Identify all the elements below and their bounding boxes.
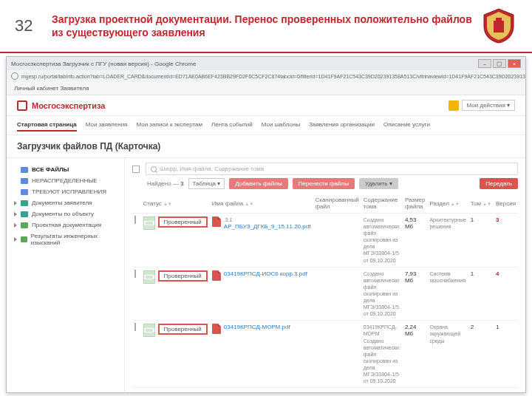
sidebar-label: Документы по объекту	[32, 211, 94, 217]
sidebar-item-1[interactable]: НЕРАСПРЕДЕЛЕННЫЕ	[14, 175, 117, 186]
size-cell: 7,93 Мб	[403, 267, 428, 321]
browser-tab-title: Мосгосэкспертиза Загрузчик с ПГУ (новая …	[11, 61, 196, 67]
files-table: Статус▲▼ Имя файла▲▼ Сканированный файл …	[132, 194, 518, 388]
status-icon	[143, 216, 155, 230]
svg-rect-0	[494, 21, 504, 33]
sidebar-label: ВСЕ ФАЙЛЫ	[32, 166, 69, 173]
transfer-button[interactable]: Передать	[480, 178, 518, 189]
tab-3[interactable]: Лента событий	[211, 119, 253, 132]
sidebar-item-2[interactable]: ТРЕБУЮТ ИСПРАВЛЕНИЯ	[14, 186, 117, 197]
search-input[interactable]: Шифр, Имя файла, Содержание тома	[146, 163, 518, 175]
window-maximize[interactable]: ▢	[493, 59, 506, 68]
row-checkbox[interactable]	[134, 323, 136, 331]
sidebar-label: Проектная документация	[32, 222, 101, 228]
volume-cell: 1	[468, 267, 494, 321]
table-row: Проверенный03419КРПСД-ИОС6 корр.3.pdfСоз…	[132, 267, 518, 321]
found-count: Найдено — 3	[147, 180, 184, 187]
sidebar-label: Документы заявителя	[32, 200, 92, 206]
chevron-icon	[14, 201, 17, 205]
folder-icon	[21, 167, 28, 173]
status-badge: Проверенный	[158, 216, 208, 228]
sidebar-item-0[interactable]: ВСЕ ФАЙЛЫ	[14, 164, 117, 175]
section-cell: Архитектурные решения	[427, 214, 468, 267]
tab-6[interactable]: Описание услуги	[383, 119, 430, 132]
select-all-checkbox[interactable]	[132, 166, 140, 173]
my-actions-dropdown[interactable]: Мои действия ▾	[462, 100, 515, 111]
search-placeholder: Шифр, Имя файла, Содержание тома	[160, 166, 264, 172]
url-text: mgesp.ru/portal/tabInfo.action?tab=LOADE…	[21, 74, 525, 79]
status-badge: Проверенный	[158, 270, 208, 282]
table-row: Проверенный.3.1АР_ПБУЗ_ДГКБ_9_15.11.20.p…	[132, 214, 518, 267]
logo-icon	[17, 100, 27, 111]
app-logo[interactable]: Мосгосэкспертиза	[17, 100, 105, 111]
emblem-icon	[480, 7, 517, 44]
version-cell: 4	[494, 267, 518, 321]
browser-window: Мосгосэкспертиза Загрузчик с ПГУ (новая …	[6, 56, 526, 393]
move-files-button[interactable]: Перенести файлы	[293, 178, 355, 189]
chevron-icon	[14, 237, 17, 242]
version-cell: 3	[494, 214, 518, 267]
window-minimize[interactable]: –	[478, 59, 491, 68]
tab-2[interactable]: Мои записи к экспертам	[136, 119, 202, 132]
brand-text: Мосгосэкспертиза	[32, 101, 105, 110]
content-cell: Создано автоматически: файл скопирован и…	[361, 267, 403, 321]
sidebar-label: ТРЕБУЮТ ИСПРАВЛЕНИЯ	[32, 188, 106, 195]
slide-title: Загрузка проектной документации. Перенос…	[44, 13, 480, 39]
chevron-icon	[14, 212, 17, 216]
folder-icon	[21, 211, 28, 217]
status-icon	[143, 324, 155, 337]
file-link[interactable]: 03419КРПСД-МОРМ.pdf	[224, 324, 290, 330]
status-badge: Проверенный	[158, 324, 208, 335]
section-cell: Охрана окружающей среды	[427, 321, 468, 388]
version-cell: 1	[494, 321, 518, 388]
sidebar-item-3[interactable]: Документы заявителя	[14, 197, 117, 208]
volume-cell: 2	[468, 321, 494, 388]
window-close[interactable]: ×	[508, 59, 521, 68]
row-checkbox[interactable]	[134, 270, 136, 278]
tab-0[interactable]: Стартовая страница	[17, 119, 77, 132]
sidebar-item-6[interactable]: Результаты инженерных изысканий	[14, 231, 117, 248]
svg-rect-1	[496, 18, 502, 21]
delete-button[interactable]: Удалить ▾	[359, 178, 398, 189]
file-link[interactable]: 03419КРПСД-ИОС6 корр.3.pdf	[224, 270, 307, 277]
folder-icon	[21, 200, 28, 206]
notification-icon[interactable]	[449, 100, 459, 111]
pdf-icon	[212, 216, 221, 227]
volume-cell: 1	[468, 214, 494, 267]
section-cell: Система газоснабжения	[427, 267, 468, 321]
folder-icon	[21, 222, 28, 228]
view-select[interactable]: Таблица ▾	[188, 178, 225, 189]
folder-icon	[21, 189, 28, 195]
sidebar-label: НЕРАСПРЕДЕЛЕННЫЕ	[32, 177, 98, 184]
content-cell: 03419КРПСД-МОРМ Создано автоматически: ф…	[361, 321, 403, 388]
page-number: 32	[15, 16, 44, 35]
tab-5[interactable]: Заявления организации	[309, 119, 375, 132]
size-cell: 4,53 Мб	[403, 214, 428, 267]
sidebar-item-4[interactable]: Документы по объекту	[14, 208, 117, 219]
tab-4[interactable]: Мои шаблоны	[262, 119, 300, 132]
chevron-icon	[14, 223, 17, 228]
pdf-icon	[212, 324, 221, 334]
row-checkbox[interactable]	[134, 216, 136, 224]
content-cell: Создано автоматически: файл скопирован и…	[361, 214, 403, 267]
file-link[interactable]: АР_ПБУЗ_ДГКБ_9_15.11.20.pdf	[224, 223, 311, 230]
size-cell: 2,24 Мб	[403, 321, 428, 388]
pdf-icon	[212, 270, 221, 281]
search-icon	[151, 166, 157, 172]
add-files-button[interactable]: Добавить файлы	[229, 178, 288, 189]
table-row: Проверенный03419КРПСД-МОРМ.pdf03419КРПСД…	[132, 321, 518, 388]
tab-1[interactable]: Мои заявления	[86, 119, 128, 132]
status-icon	[143, 270, 155, 284]
folder-icon	[21, 236, 27, 242]
page-heading: Загрузчик файлов ПД (Карточка)	[7, 135, 525, 158]
site-info-icon[interactable]	[11, 72, 18, 80]
cabinet-label: Личный кабинет Заявителя	[7, 82, 525, 95]
sidebar-item-5[interactable]: Проектная документация	[14, 219, 117, 231]
folder-icon	[21, 178, 28, 184]
sidebar-label: Результаты инженерных изысканий	[31, 233, 117, 246]
